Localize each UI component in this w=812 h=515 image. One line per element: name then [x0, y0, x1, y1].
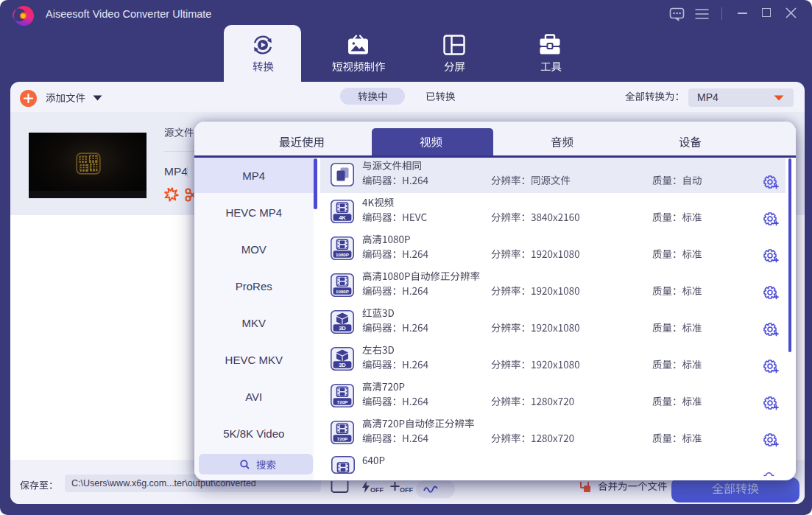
svg-text:1080P: 1080P	[336, 252, 349, 257]
svg-text:720P: 720P	[337, 436, 347, 441]
svg-text:3D: 3D	[339, 362, 346, 368]
svg-text:4K: 4K	[339, 214, 346, 221]
svg-text:720P: 720P	[337, 399, 347, 404]
svg-text:3D: 3D	[339, 325, 346, 332]
svg-text:1080P: 1080P	[336, 289, 349, 294]
